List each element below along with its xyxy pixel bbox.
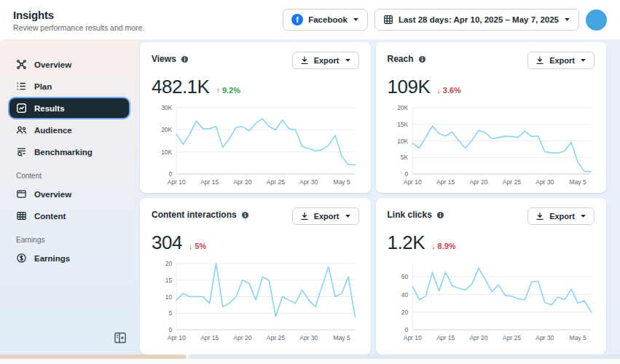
svg-text:Apr 30: Apr 30 — [299, 334, 318, 341]
sidebar-item-earnings[interactable]: Earnings — [9, 248, 129, 268]
bottom-strip-left — [0, 355, 187, 359]
svg-text:May 5: May 5 — [569, 178, 586, 186]
chevron-down-icon — [345, 58, 351, 63]
sidebar-item-label: Benchmarking — [34, 148, 93, 157]
sidebar-item-label: Overview — [34, 190, 71, 199]
metric-delta: ↓ 8.9% — [431, 242, 456, 250]
svg-text:30K: 30K — [161, 104, 172, 111]
platform-selector-button[interactable]: f Facebook — [283, 9, 368, 31]
sidebar-item-label: Content — [34, 212, 66, 221]
chevron-down-icon — [353, 17, 359, 22]
metric-value: 304 — [152, 232, 182, 254]
date-range-selector-button[interactable]: Last 28 days: Apr 10, 2025 – May 7, 2025 — [374, 9, 579, 31]
grid-table-icon — [16, 210, 27, 221]
svg-text:0: 0 — [169, 170, 173, 178]
svg-text:20K: 20K — [161, 126, 172, 133]
svg-text:Apr 15: Apr 15 — [436, 334, 455, 341]
sidebar-section-content: Content — [16, 172, 122, 180]
info-icon[interactable] — [241, 211, 249, 219]
insights-dashboard: Insights Review performance results and … — [0, 0, 620, 364]
sidebar-item-benchmarking[interactable]: Benchmarking — [9, 142, 129, 162]
sidebar-item-content[interactable]: Content — [9, 206, 129, 226]
svg-text:Apr 20: Apr 20 — [233, 334, 251, 341]
export-button[interactable]: Export — [527, 207, 595, 225]
chevron-down-icon — [580, 58, 586, 63]
svg-text:20: 20 — [401, 309, 408, 316]
metric-delta: ↑ 9.2% — [216, 86, 240, 95]
svg-text:10K: 10K — [397, 138, 408, 145]
main-content: Views Export 482.1K ↑ 9.2% 010K20K30KApr… — [138, 39, 620, 355]
sidebar-item-plan[interactable]: Plan — [9, 76, 129, 96]
svg-text:Apr 30: Apr 30 — [535, 178, 554, 186]
metric-value: 1.2K — [388, 232, 425, 254]
card-title: Content interactions — [152, 210, 237, 220]
avatar[interactable] — [586, 9, 607, 31]
card-title: Views — [152, 54, 176, 64]
page-body: Overview Plan Results Aud — [0, 39, 620, 355]
sidebar-item-label: Overview — [34, 60, 71, 69]
chevron-down-icon — [564, 17, 570, 22]
card-title: Link clicks — [388, 210, 432, 220]
platform-selector-label: Facebook — [308, 15, 348, 24]
page-header: Insights Review performance results and … — [0, 0, 620, 39]
svg-text:20: 20 — [165, 260, 173, 267]
trend-chart-icon — [16, 103, 27, 114]
card-link-clicks: Link clicks Export 1.2K ↓ 8.9% 0204060Ap… — [376, 198, 607, 355]
info-icon[interactable] — [436, 211, 444, 219]
content-interactions-line-chart: 05101520Apr 10Apr 15Apr 20Apr 25Apr 30Ma… — [152, 257, 359, 347]
window-bottom-strip — [0, 355, 620, 364]
bottom-strip-right — [188, 355, 620, 359]
svg-text:Apr 10: Apr 10 — [168, 334, 186, 341]
page-title: Insights — [13, 9, 144, 21]
reach-line-chart: 05K10K15K20KApr 10Apr 15Apr 20Apr 25Apr … — [388, 101, 595, 191]
svg-text:May 5: May 5 — [569, 334, 586, 341]
sidebar-item-label: Earnings — [34, 254, 70, 263]
svg-text:Apr 20: Apr 20 — [469, 178, 487, 186]
sidebar-section-earnings: Earnings — [16, 236, 122, 244]
svg-text:10: 10 — [165, 293, 173, 301]
sidebar-item-results[interactable]: Results — [9, 98, 129, 118]
sidebar-item-overview[interactable]: Overview — [9, 55, 129, 74]
collapse-sidebar-icon[interactable] — [114, 331, 127, 344]
sidebar-item-content-overview[interactable]: Overview — [9, 184, 129, 204]
card-title: Reach — [388, 54, 414, 64]
svg-text:Apr 15: Apr 15 — [436, 178, 455, 186]
header-controls: f Facebook Last 28 days: Apr 10, 2025 – … — [283, 9, 607, 31]
facebook-icon: f — [291, 14, 303, 25]
link-clicks-line-chart: 0204060Apr 10Apr 15Apr 20Apr 25Apr 30May… — [388, 257, 595, 347]
sidebar-item-label: Results — [34, 104, 65, 113]
page-subtitle: Review performance results and more. — [13, 23, 144, 32]
date-range-label: Last 28 days: Apr 10, 2025 – May 7, 2025 — [399, 15, 559, 24]
svg-text:Apr 20: Apr 20 — [469, 334, 487, 341]
hub-icon — [16, 59, 27, 70]
export-button[interactable]: Export — [292, 207, 359, 225]
svg-text:May 5: May 5 — [334, 178, 350, 186]
svg-text:May 5: May 5 — [334, 334, 350, 341]
svg-text:Apr 10: Apr 10 — [403, 178, 421, 186]
metric-value: 482.1K — [152, 76, 209, 98]
card-icon — [16, 189, 27, 199]
svg-text:15: 15 — [165, 277, 173, 284]
export-button[interactable]: Export — [292, 52, 359, 69]
svg-text:Apr 15: Apr 15 — [200, 178, 219, 186]
sidebar-item-label: Audience — [34, 126, 72, 135]
svg-text:15K: 15K — [397, 121, 408, 128]
sidebar: Overview Plan Results Aud — [0, 39, 138, 355]
metric-delta: ↓ 3.6% — [436, 86, 461, 95]
info-icon[interactable] — [418, 55, 426, 63]
calendar-grid-icon — [383, 15, 393, 25]
card-views: Views Export 482.1K ↑ 9.2% 010K20K30KApr… — [140, 42, 371, 193]
checklist-icon — [16, 81, 27, 92]
download-icon — [535, 212, 544, 221]
svg-text:0: 0 — [169, 326, 173, 333]
svg-text:Apr 15: Apr 15 — [200, 334, 219, 341]
svg-text:Apr 10: Apr 10 — [168, 178, 186, 186]
sidebar-item-audience[interactable]: Audience — [9, 120, 129, 140]
chevron-down-icon — [345, 214, 351, 218]
svg-text:60: 60 — [401, 273, 408, 280]
download-icon — [300, 56, 309, 65]
info-icon[interactable] — [181, 55, 189, 63]
export-button[interactable]: Export — [527, 52, 595, 69]
svg-text:10K: 10K — [161, 149, 172, 156]
svg-text:Apr 10: Apr 10 — [403, 334, 421, 341]
